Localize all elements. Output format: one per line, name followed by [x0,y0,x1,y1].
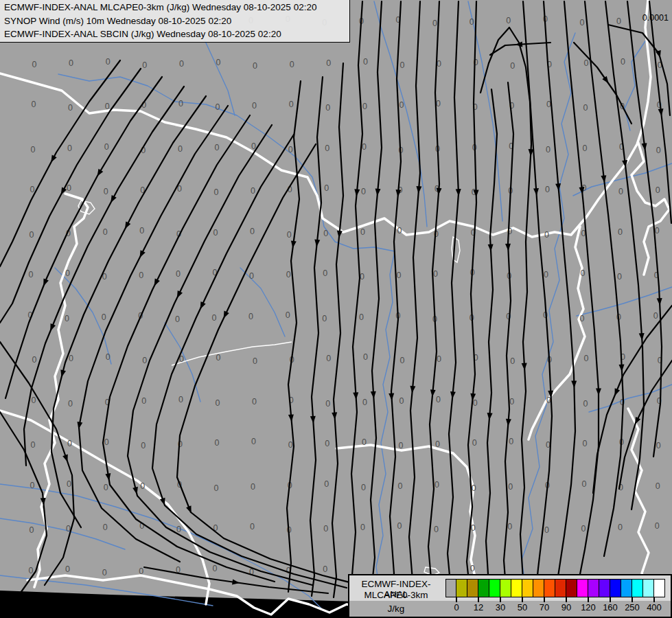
station-value: 0 [653,311,658,321]
station-value: 0 [65,564,70,574]
station-value: 0 [400,356,405,365]
station-value: 0 [323,564,327,574]
station-value: 0 [67,183,71,193]
station-value: 0 [253,61,257,71]
station-value: 0 [141,441,146,450]
station-value: 0 [216,353,221,363]
station-value: 0 [506,16,511,25]
station-value: 0 [656,146,661,155]
station-value: 0 [435,480,439,490]
station-value: 0 [322,314,327,323]
station-value: 0 [102,312,106,322]
colorbar-swatch [445,579,456,597]
station-value: 0 [142,356,147,365]
station-value: 0 [363,57,368,67]
station-value: 0 [510,356,515,366]
station-value: 0 [253,356,257,366]
station-value: 0 [436,395,441,404]
station-value: 0 [473,398,478,408]
station-value: 0 [397,226,402,236]
station-value: 0 [68,399,73,409]
station-value: 0 [69,354,73,363]
station-value: 0 [178,395,183,404]
colorbar-swatch [467,579,478,597]
colorbar-tick [653,597,655,602]
station-value: 0 [472,483,476,493]
colorbar-swatch [544,579,555,597]
station-value: 0 [325,103,330,113]
station-value: 0 [139,271,143,280]
colorbar-swatch [588,579,599,597]
station-value: 0 [104,483,108,492]
station-value: 0 [104,142,109,152]
station-value: 0 [31,145,36,154]
colorbar-tick-label: 0 [444,602,469,613]
station-value: 0 [139,566,143,576]
station-value: 0 [472,438,477,448]
station-value: 0 [32,60,37,69]
station-value: 0 [214,187,219,197]
station-value: 0 [618,523,623,532]
station-value: 0 [437,354,441,364]
station-value: 0 [287,230,292,240]
station-value: 0 [103,523,108,532]
station-value: 0 [360,227,365,237]
station-value: 0 [360,523,365,532]
station-value: 0 [400,60,405,70]
station-value: 0 [106,352,111,362]
station-value: 0 [362,437,367,447]
station-value: 0 [324,479,329,489]
station-value: 0 [362,398,367,407]
colorbar-tick-label: 400 [642,602,667,613]
colorbar-legend: ECMWF-INDEX-ANAL MLCAPE0-3km J/kg 012305… [348,574,672,618]
station-value: 0 [106,57,111,67]
station-value: 0 [656,441,661,450]
station-value: 0 [214,483,219,493]
station-value: 0 [31,440,36,450]
station-value: 0 [584,58,589,68]
station-value: 0 [216,398,220,408]
station-value: 0 [30,481,35,490]
station-value: 0 [216,58,221,67]
station-value: 0 [362,102,367,111]
station-value: 0 [655,226,660,236]
station-value: 0 [436,99,441,108]
station-value: 0 [175,314,180,324]
station-value: 0 [323,229,328,238]
colorbar-swatch [522,579,533,597]
colorbar-tick [522,597,523,602]
station-value: 0 [179,59,184,69]
station-value: 0 [29,270,34,279]
station-value: 0 [656,185,660,195]
colorbar-swatch [632,579,643,597]
colorbar-tick-label: 30 [488,602,513,613]
station-value: 0 [325,144,329,153]
station-value: 0 [30,185,35,194]
station-value: 0 [544,230,549,240]
colorbar-swatch [610,579,621,597]
colorbar-tick [632,597,633,602]
station-value: 0 [399,100,404,110]
station-value: 0 [215,143,220,152]
map-canvas: 0000000000000000000000000000000000000000… [0,0,672,618]
station-value: 0 [140,481,145,491]
station-value: 0 [509,397,514,407]
station-value: 0 [251,186,255,196]
header-line-synop-wind: SYNOP Wind (m/s) 10m Wednesday 08-10-202… [0,14,349,28]
station-value: 0 [361,187,366,196]
weather-map-screen: 0000000000000000000000000000000000000000… [0,0,672,618]
station-value: 0 [32,100,36,109]
station-value: 0 [67,144,72,153]
station-value: 0 [470,17,474,27]
station-value: 0 [248,312,253,321]
station-value: 0 [102,568,107,577]
station-value: 0 [509,437,513,446]
station-value: 0 [252,101,257,111]
station-value: 0 [288,440,293,450]
station-value: 0 [290,60,294,69]
colorbar-tick [566,597,567,602]
station-value: 0 [251,482,255,492]
station-value: 0 [67,439,72,448]
colorbar-swatches [445,579,665,597]
colorbar-tick [500,597,501,602]
